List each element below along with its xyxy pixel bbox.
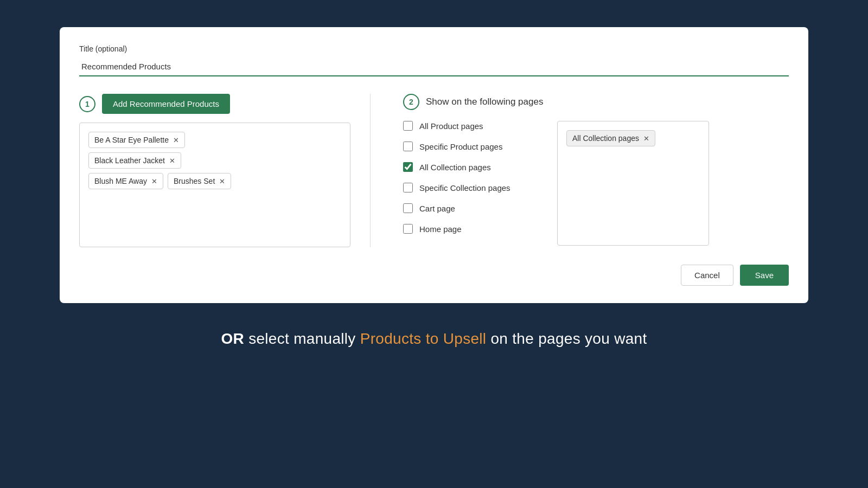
product-tag-brushes: Brushes Set ✕	[168, 173, 231, 189]
title-input[interactable]	[79, 57, 789, 76]
checkbox-specific-product-label: Specific Product pages	[419, 142, 502, 151]
bottom-text-part1: select manually	[248, 330, 360, 347]
list-item: Be A Star Eye Pallette ✕	[88, 132, 341, 148]
product-name: Blush ME Away	[94, 177, 147, 185]
step2-header: 2 Show on the following pages	[403, 94, 789, 110]
checkbox-home-input[interactable]	[403, 224, 413, 234]
modal: Title (optional) 1 Add Recommended Produ…	[60, 27, 808, 303]
step2-section: 2 Show on the following pages All Produc…	[371, 94, 789, 247]
bottom-text: OR select manually Products to Upsell on…	[221, 330, 647, 348]
products-box: Be A Star Eye Pallette ✕ Black Leather J…	[79, 123, 350, 247]
remove-product-blush-button[interactable]: ✕	[151, 177, 157, 185]
checkbox-specific-product[interactable]: Specific Product pages	[403, 142, 544, 151]
pages-content: All Product pages Specific Product pages…	[403, 121, 789, 246]
remove-product-be-a-star-button[interactable]: ✕	[173, 136, 179, 144]
step1-section: 1 Add Recommended Products Be A Star Eye…	[79, 94, 350, 247]
list-item: Blush ME Away ✕ Brushes Set ✕	[88, 173, 341, 189]
save-button[interactable]: Save	[740, 265, 789, 286]
step1-header: 1 Add Recommended Products	[79, 94, 350, 114]
remove-page-all-collection-button[interactable]: ✕	[643, 134, 649, 143]
title-label: Title (optional)	[79, 44, 789, 53]
selected-pages-box: All Collection pages ✕	[557, 121, 709, 246]
checkbox-all-collection-input[interactable]	[403, 162, 413, 172]
checkbox-cart-label: Cart page	[419, 204, 455, 213]
footer-buttons: Cancel Save	[79, 265, 789, 286]
checkbox-list: All Product pages Specific Product pages…	[403, 121, 544, 246]
product-name: Brushes Set	[174, 177, 215, 185]
bottom-text-part2: on the pages you want	[490, 330, 647, 347]
checkbox-specific-product-input[interactable]	[403, 142, 413, 151]
bottom-or: OR	[221, 330, 244, 347]
checkbox-all-collection[interactable]: All Collection pages	[403, 162, 544, 172]
step2-label: Show on the following pages	[426, 97, 543, 107]
checkbox-specific-collection-input[interactable]	[403, 183, 413, 192]
step2-number: 2	[403, 94, 419, 110]
checkbox-all-product-label: All Product pages	[419, 121, 483, 131]
checkbox-all-product-input[interactable]	[403, 121, 413, 131]
selected-page-tag-all-collection: All Collection pages ✕	[566, 130, 655, 146]
product-name: Be A Star Eye Pallette	[94, 136, 169, 144]
checkbox-cart-input[interactable]	[403, 203, 413, 213]
product-tag-black-leather: Black Leather Jacket ✕	[88, 152, 181, 169]
selected-page-name: All Collection pages	[572, 134, 639, 143]
list-item: Black Leather Jacket ✕	[88, 152, 341, 169]
product-name: Black Leather Jacket	[94, 156, 165, 165]
remove-product-black-leather-button[interactable]: ✕	[169, 157, 175, 165]
product-tag-be-a-star: Be A Star Eye Pallette ✕	[88, 132, 185, 148]
checkbox-specific-collection-label: Specific Collection pages	[419, 183, 510, 192]
checkbox-specific-collection[interactable]: Specific Collection pages	[403, 183, 544, 192]
checkbox-cart[interactable]: Cart page	[403, 203, 544, 213]
bottom-highlight[interactable]: Products to Upsell	[360, 330, 487, 347]
checkbox-home-label: Home page	[419, 224, 462, 234]
checkbox-all-product[interactable]: All Product pages	[403, 121, 544, 131]
step1-number: 1	[79, 96, 95, 112]
cancel-button[interactable]: Cancel	[681, 265, 733, 286]
product-tag-blush: Blush ME Away ✕	[88, 173, 163, 189]
checkbox-home[interactable]: Home page	[403, 224, 544, 234]
add-recommended-products-button[interactable]: Add Recommended Products	[102, 94, 230, 114]
remove-product-brushes-button[interactable]: ✕	[219, 177, 225, 185]
checkbox-all-collection-label: All Collection pages	[419, 163, 491, 172]
